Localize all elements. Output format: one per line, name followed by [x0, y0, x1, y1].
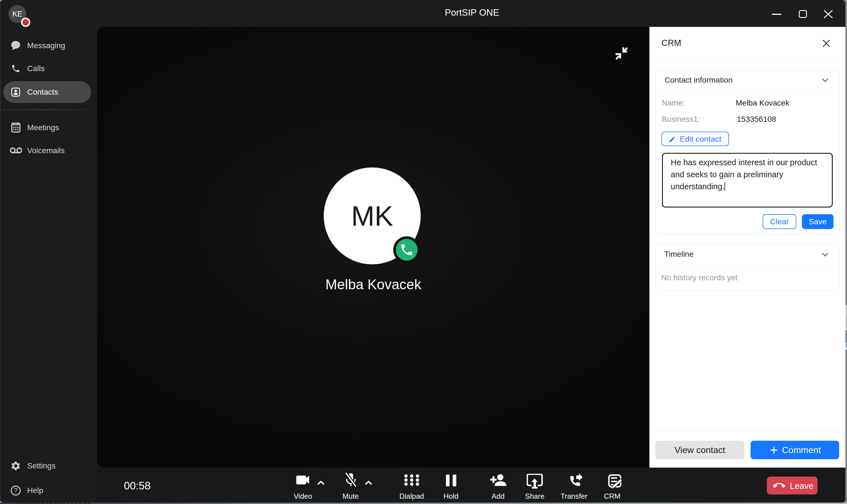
svg-text:?: ? — [14, 487, 18, 494]
